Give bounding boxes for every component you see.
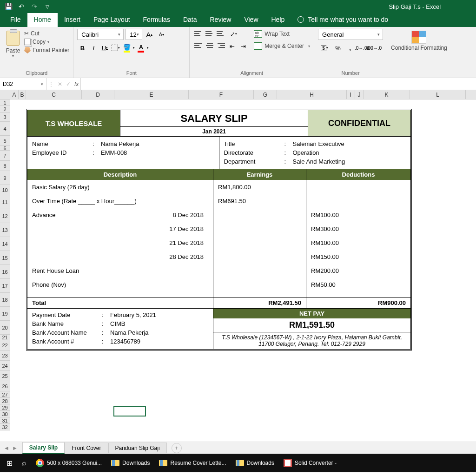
taskbar-app-downloads[interactable]: Downloads	[107, 456, 153, 470]
row-header[interactable]: 13	[0, 223, 10, 237]
row-header[interactable]: 32	[0, 424, 10, 430]
taskbar-app-downloads2[interactable]: Downloads	[232, 456, 278, 470]
col-header[interactable]: H	[277, 90, 347, 99]
row-header[interactable]: 6	[0, 146, 10, 151]
cancel-icon[interactable]: ✕	[58, 81, 62, 87]
col-header[interactable]: D	[82, 90, 114, 99]
row-header[interactable]: 29	[0, 404, 10, 411]
column-headers[interactable]: ABCDEFGHIJKL	[0, 90, 476, 99]
row-header[interactable]: 19	[0, 307, 10, 321]
col-header[interactable]: B	[19, 90, 26, 99]
search-button[interactable]: ⌕	[18, 456, 30, 470]
row-header[interactable]: 3	[0, 112, 10, 122]
sheet-nav-next-icon[interactable]: ►	[11, 445, 19, 451]
number-format-select[interactable]: General▾	[318, 29, 383, 40]
row-header[interactable]: 12	[0, 209, 10, 223]
tab-home[interactable]: Home	[27, 13, 58, 27]
row-header[interactable]: 15	[0, 251, 10, 265]
col-header[interactable]: A	[10, 90, 19, 99]
save-icon[interactable]: 💾	[4, 2, 13, 11]
row-header[interactable]: 23	[0, 350, 10, 361]
row-header[interactable]: 9	[0, 171, 10, 185]
sheet-tab-salary-slip[interactable]: Salary Slip	[22, 442, 65, 454]
col-header[interactable]: G	[254, 90, 277, 99]
col-header[interactable]: I	[347, 90, 355, 99]
row-header[interactable]: 27	[0, 391, 10, 398]
fx-icon[interactable]: fx	[74, 81, 79, 87]
col-header[interactable]: J	[355, 90, 364, 99]
tab-review[interactable]: Review	[204, 13, 238, 27]
row-header[interactable]: 17	[0, 279, 10, 293]
start-button[interactable]: ⊞	[3, 456, 16, 470]
col-header[interactable]: F	[189, 90, 254, 99]
align-top-button[interactable]	[193, 29, 204, 38]
tab-data[interactable]: Data	[177, 13, 204, 27]
row-header[interactable]: 22	[0, 340, 10, 350]
row-header[interactable]: 1	[0, 99, 10, 106]
align-center-button[interactable]	[205, 41, 215, 50]
underline-button[interactable]: U▾	[99, 43, 110, 53]
align-middle-button[interactable]	[205, 29, 215, 38]
row-header[interactable]: 7	[0, 151, 10, 161]
tab-help[interactable]: Help	[265, 13, 291, 27]
row-header[interactable]: 24	[0, 361, 10, 371]
decrease-indent-button[interactable]: ⇤	[227, 41, 237, 51]
taskbar-app-chrome[interactable]: 500 x 068033 Genui...	[32, 456, 106, 470]
redo-icon[interactable]: ↷	[30, 2, 39, 11]
fill-color-button[interactable]: 🪣	[122, 43, 132, 53]
enter-icon[interactable]: ✓	[66, 81, 71, 87]
italic-button[interactable]: I	[88, 43, 99, 53]
tab-page-layout[interactable]: Page Layout	[87, 13, 137, 27]
copy-button[interactable]: Copy▾	[24, 38, 69, 46]
wrap-text-button[interactable]: abc↵Wrap Text	[254, 29, 310, 39]
cut-button[interactable]: ✂Cut	[24, 30, 69, 37]
conditional-formatting-button[interactable]: Conditional Formatting	[391, 29, 447, 51]
paste-button[interactable]: Paste ▾	[4, 29, 22, 69]
col-header[interactable]: E	[114, 90, 189, 99]
row-header[interactable]: 26	[0, 381, 10, 391]
row-header[interactable]: 21	[0, 335, 10, 340]
orientation-button[interactable]: ⤢▾	[227, 29, 240, 39]
row-header[interactable]: 4	[0, 122, 10, 136]
tell-me-search[interactable]: Tell me what you want to do	[291, 16, 395, 27]
accounting-format-button[interactable]: $▾	[318, 43, 331, 53]
borders-button[interactable]: ▾	[111, 43, 121, 53]
font-name-select[interactable]: Calibri▾	[77, 29, 124, 40]
merge-center-button[interactable]: Merge & Center▾	[254, 41, 310, 51]
bold-button[interactable]: B	[77, 43, 87, 53]
align-right-button[interactable]	[216, 41, 226, 50]
taskbar-app-solid-converter[interactable]: Solid Converter -	[280, 456, 340, 470]
worksheet-grid[interactable]: ABCDEFGHIJKL 123456789101112131415161718…	[0, 90, 476, 442]
font-size-select[interactable]: 12▾	[126, 29, 142, 40]
percent-button[interactable]: %	[333, 43, 343, 53]
sheet-nav-prev-icon[interactable]: ◄	[3, 445, 10, 451]
row-header[interactable]: 11	[0, 195, 10, 209]
col-header[interactable]: L	[410, 90, 466, 99]
add-sheet-button[interactable]: +	[172, 443, 182, 453]
row-header[interactable]: 10	[0, 185, 10, 195]
row-header[interactable]: 31	[0, 417, 10, 424]
row-header[interactable]: 16	[0, 265, 10, 279]
row-header[interactable]: 30	[0, 411, 10, 417]
decrease-decimal-button[interactable]: .00→.0	[369, 43, 379, 53]
row-header[interactable]: 25	[0, 371, 10, 381]
tab-file[interactable]: File	[4, 13, 27, 27]
col-header[interactable]: C	[26, 90, 82, 99]
row-header[interactable]: 18	[0, 293, 10, 307]
sheet-tab-front-cover[interactable]: Front Cover	[65, 443, 108, 453]
tab-view[interactable]: View	[238, 13, 264, 27]
row-header[interactable]: 8	[0, 161, 10, 171]
shrink-font-button[interactable]: A▾	[156, 29, 166, 40]
row-header[interactable]: 28	[0, 398, 10, 404]
sheet-tab-panduan[interactable]: Panduan Slip Gaji	[108, 443, 167, 453]
tab-formulas[interactable]: Formulas	[137, 13, 177, 27]
row-header[interactable]: 2	[0, 106, 10, 112]
comma-button[interactable]: ,	[345, 43, 355, 53]
row-header[interactable]: 5	[0, 136, 10, 146]
row-header[interactable]: 20	[0, 321, 10, 335]
increase-indent-button[interactable]: ⇥	[238, 41, 248, 51]
row-headers[interactable]: 1234567891011121314151617181920212223242…	[0, 99, 10, 430]
taskbar-app-resume[interactable]: Resume Cover Lette...	[155, 456, 230, 470]
formula-input[interactable]	[81, 78, 476, 90]
qat-customize-icon[interactable]: ▽	[43, 2, 52, 11]
